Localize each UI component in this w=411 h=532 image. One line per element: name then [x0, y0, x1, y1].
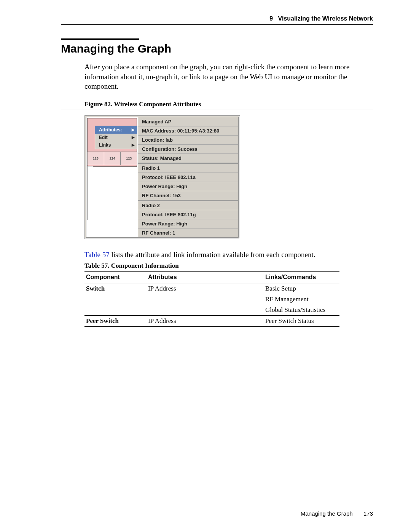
table-ref-sentence: Table 57 lists the attribute and link in… — [84, 250, 373, 260]
figure-floorplan-area: 125 124 123 Attributes: ▶ Edit ▶ Links — [86, 117, 138, 237]
attr-line: Location: lab — [138, 136, 238, 145]
menu-label: Attributes: — [99, 127, 122, 133]
attr-line: Protocol: IEEE 802.11g — [138, 210, 238, 219]
cell-link: Peer Switch Status — [264, 315, 339, 326]
attr-line: Radio 1 — [138, 163, 238, 173]
cell-link: Basic Setup — [264, 283, 339, 294]
col-attributes: Attributes — [147, 271, 264, 283]
table-header-row: Component Attributes Links/Commands — [84, 271, 339, 283]
attributes-panel: Managed AP MAC Address: 00:11:95:A3:32:8… — [138, 117, 238, 237]
menu-label: Edit — [99, 135, 108, 140]
table-row: Peer Switch IP Address Peer Switch Statu… — [84, 315, 339, 326]
figure-inner: 125 124 123 Attributes: ▶ Edit ▶ Links — [86, 117, 239, 238]
attr-line: Status: Managed — [138, 154, 238, 163]
attr-line: Power Range: High — [138, 219, 238, 228]
figure-caption-rule — [61, 110, 373, 110]
table-row: Switch IP Address Basic Setup — [84, 283, 339, 294]
menu-item-links[interactable]: Links ▶ — [95, 141, 137, 149]
menu-item-attributes[interactable]: Attributes: ▶ — [95, 126, 137, 134]
chapter-rule — [61, 24, 373, 25]
component-info-table: Component Attributes Links/Commands Swit… — [84, 271, 339, 327]
room-cell: 123 — [120, 152, 137, 165]
attr-line: Radio 2 — [138, 200, 238, 210]
col-links: Links/Commands — [264, 271, 339, 283]
footer-section: Managing the Graph — [301, 510, 353, 517]
submenu-arrow-icon: ▶ — [132, 128, 135, 132]
table-caption: Table 57. Component Information — [84, 262, 373, 270]
footer-page-number: 173 — [363, 510, 373, 517]
context-menu[interactable]: Attributes: ▶ Edit ▶ Links ▶ — [95, 126, 137, 149]
attr-line: Power Range: High — [138, 182, 238, 191]
chapter-header: 9 Visualizing the Wireless Network — [61, 15, 373, 22]
floorplan-rooms: 125 124 123 — [87, 152, 137, 165]
room-cell: 124 — [104, 152, 121, 165]
floorplan-corridor — [87, 166, 93, 220]
cell-link: RF Management — [264, 294, 339, 305]
table-row: RF Management — [84, 294, 339, 305]
cell-attributes: IP Address — [147, 315, 264, 326]
chapter-number: 9 — [269, 15, 273, 22]
table-ref-link[interactable]: Table 57 — [84, 251, 110, 259]
table-ref-rest: lists the attribute and link information… — [110, 251, 315, 259]
menu-item-edit[interactable]: Edit ▶ — [95, 134, 137, 141]
menu-label: Links — [99, 142, 111, 148]
attr-line: Protocol: IEEE 802.11a — [138, 173, 238, 182]
attr-line: MAC Address: 00:11:95:A3:32:80 — [138, 126, 238, 136]
section-intro: After you place a component on the graph… — [84, 62, 373, 91]
page-footer: Managing the Graph 173 — [301, 510, 373, 517]
section-rule — [61, 38, 139, 40]
cell-component: Switch — [84, 283, 147, 294]
attr-line: RF Channel: 1 — [138, 228, 238, 237]
submenu-arrow-icon: ▶ — [132, 135, 135, 139]
section-title: Managing the Graph — [61, 42, 373, 55]
figure-caption: Figure 82. Wireless Component Attributes — [84, 101, 373, 108]
figure-82: 125 124 123 Attributes: ▶ Edit ▶ Links — [84, 115, 240, 239]
attr-line: RF Channel: 153 — [138, 191, 238, 200]
document-page: 9 Visualizing the Wireless Network Manag… — [0, 0, 411, 532]
col-component: Component — [84, 271, 147, 283]
room-cell: 125 — [87, 152, 104, 165]
chapter-title: Visualizing the Wireless Network — [278, 15, 373, 22]
submenu-arrow-icon: ▶ — [132, 143, 135, 147]
attr-line: Configuration: Success — [138, 145, 238, 154]
table-row: Global Status/Statistics — [84, 305, 339, 316]
attr-line: Managed AP — [138, 117, 238, 126]
cell-component: Peer Switch — [84, 315, 147, 326]
cell-attributes: IP Address — [147, 283, 264, 294]
cell-link: Global Status/Statistics — [264, 305, 339, 316]
